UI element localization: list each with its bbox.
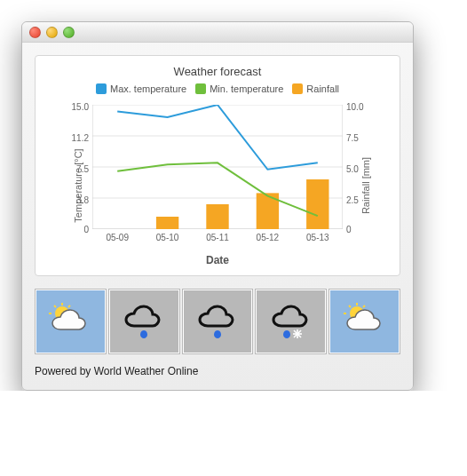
forecast-icon-strip bbox=[35, 289, 400, 354]
x-axis-label: Date bbox=[44, 254, 391, 266]
legend-item-max: Max. temperature bbox=[96, 83, 186, 94]
tick: 05-13 bbox=[306, 233, 329, 242]
svg-rect-11 bbox=[306, 179, 328, 229]
legend-item-rain: Rainfall bbox=[292, 83, 339, 94]
svg-line-15 bbox=[54, 305, 56, 307]
tick: 05-10 bbox=[156, 233, 179, 242]
plot-surface bbox=[92, 105, 343, 229]
legend-swatch-max bbox=[96, 83, 107, 94]
app-window: Weather forecast Max. temperature Min. t… bbox=[21, 21, 414, 391]
tick: 7.5 bbox=[346, 133, 359, 143]
x-axis-ticks: 05-09 05-10 05-11 05-12 05-13 bbox=[92, 233, 343, 245]
sun-cloud-icon bbox=[46, 303, 94, 340]
tick: 5.0 bbox=[346, 164, 359, 174]
tick: 7.5 bbox=[67, 164, 89, 174]
legend-item-min: Min. temperature bbox=[195, 83, 283, 94]
legend-swatch-rain bbox=[292, 83, 303, 94]
legend-label: Rainfall bbox=[306, 83, 339, 94]
forecast-day-3 bbox=[255, 289, 327, 354]
chart-legend: Max. temperature Min. temperature Rainfa… bbox=[44, 83, 391, 94]
tick: 05-09 bbox=[106, 233, 129, 242]
y-axis-left-ticks: 0 3.8 7.5 11.2 15.0 bbox=[71, 105, 92, 229]
tick: 10.0 bbox=[346, 102, 363, 112]
svg-line-25 bbox=[363, 305, 365, 307]
forecast-day-1 bbox=[108, 289, 180, 354]
legend-label: Min. temperature bbox=[210, 83, 283, 94]
chart-title: Weather forecast bbox=[44, 65, 391, 78]
forecast-day-0 bbox=[35, 289, 107, 354]
close-icon[interactable] bbox=[29, 27, 41, 38]
tick: 2.5 bbox=[346, 195, 359, 205]
forecast-day-2 bbox=[182, 289, 254, 354]
svg-line-24 bbox=[349, 305, 351, 307]
legend-label: Max. temperature bbox=[110, 83, 186, 94]
titlebar[interactable] bbox=[22, 22, 413, 43]
svg-rect-8 bbox=[156, 217, 178, 229]
tick: 0 bbox=[346, 225, 352, 234]
weather-chart-card: Weather forecast Max. temperature Min. t… bbox=[35, 55, 400, 276]
tick: 15.0 bbox=[67, 102, 89, 112]
attribution-text: Powered by World Weather Online bbox=[35, 365, 400, 377]
minimize-icon[interactable] bbox=[46, 27, 58, 38]
legend-swatch-min bbox=[195, 83, 206, 94]
tick: 05-12 bbox=[257, 233, 280, 242]
rain-cloud-icon bbox=[194, 301, 241, 342]
sun-cloud-icon bbox=[341, 303, 389, 340]
svg-line-16 bbox=[68, 305, 70, 307]
sleet-cloud-icon bbox=[267, 301, 315, 342]
svg-rect-9 bbox=[206, 204, 228, 229]
tick: 11.2 bbox=[67, 133, 89, 143]
y-axis-right-ticks: 0 2.5 5.0 7.5 10.0 bbox=[343, 105, 364, 229]
forecast-day-4 bbox=[328, 289, 400, 354]
tick: 3.8 bbox=[67, 195, 89, 205]
chart-area: Temperature [°C] Rainfall [mm] 0 3.8 7.5… bbox=[44, 101, 391, 270]
tick: 0 bbox=[67, 225, 89, 234]
zoom-icon[interactable] bbox=[63, 27, 75, 38]
tick: 05-11 bbox=[206, 233, 229, 242]
window-content: Weather forecast Max. temperature Min. t… bbox=[22, 43, 413, 390]
rain-cloud-icon bbox=[120, 301, 168, 342]
